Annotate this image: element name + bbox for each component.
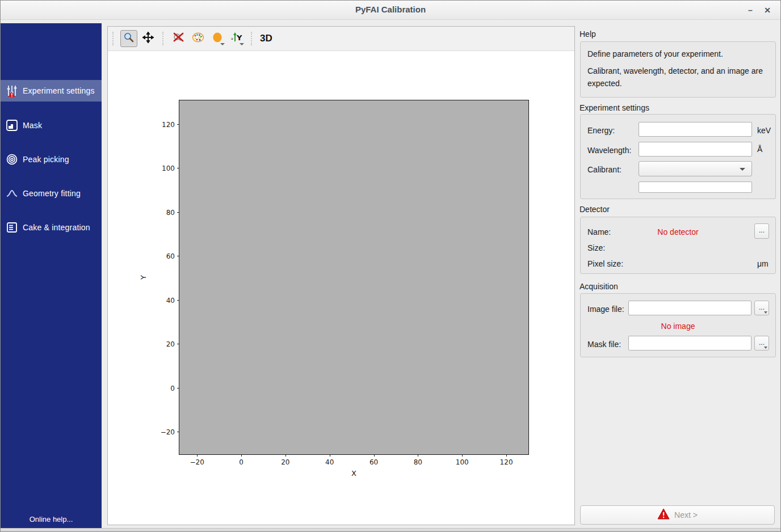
cake-list-icon (6, 221, 18, 234)
y-tick-label: 80 (166, 209, 175, 217)
experiment-settings-section-title: Experiment settings (580, 103, 649, 112)
help-section-title: Help (580, 29, 596, 39)
energy-label: Energy: (587, 126, 615, 135)
x-tick-mark (374, 454, 375, 457)
y-axis-label: Y (139, 275, 148, 280)
y-tick-mark (177, 256, 179, 256)
mask-file-label: Mask file: (587, 340, 621, 349)
sidebar-item-label: Experiment settings (23, 86, 95, 95)
dropdown-arrow-icon (240, 43, 244, 45)
x-tick-label: 80 (414, 458, 422, 466)
plot-toolbar: a Y 3D (108, 27, 574, 51)
gaussian-peak-icon (6, 187, 18, 200)
colormap-button[interactable] (190, 30, 207, 47)
next-button[interactable]: Next > (580, 505, 775, 525)
acquisition-box: Image file: ... No image Mask file: ... (580, 293, 776, 357)
warning-icon (657, 508, 670, 522)
calibrant-filter-field[interactable] (639, 181, 752, 193)
x-tick-mark (285, 454, 286, 457)
x-tick-mark (462, 454, 463, 457)
minimize-button[interactable]: – (743, 3, 758, 18)
sidebar-item-mask[interactable]: Mask (1, 115, 102, 136)
magnifier-cross-icon (173, 32, 185, 45)
help-paragraph: Define parameters of your experiment. (587, 49, 769, 58)
detector-pixel-size-label: Pixel size: (587, 259, 623, 268)
dropdown-arrow-icon (220, 43, 225, 45)
y-tick-label: 120 (162, 121, 175, 129)
sidebar-item-label: Mask (23, 121, 42, 130)
settings-panel: Help Define parameters of your experimen… (576, 26, 781, 528)
x-tick-label: −20 (190, 458, 204, 466)
x-tick-label: 120 (500, 458, 513, 466)
y-tick-label: 0 (170, 385, 175, 392)
next-button-label: Next > (674, 510, 698, 520)
y-tick-mark (177, 300, 179, 301)
sidebar-item-label: Geometry fitting (23, 189, 81, 198)
plot-panel: a Y 3D X Y −20020406080100120−2002040608… (107, 26, 575, 525)
experiment-settings-box: Energy: keV Wavelength: Å Calibrant: (580, 114, 776, 199)
detector-box: Name: No detector ... Size: Pixel size: … (580, 217, 776, 274)
move-arrows-icon (142, 32, 154, 45)
plot-axes[interactable]: X Y −20020406080100120−20020406080100120 (179, 100, 529, 455)
detector-browse-button[interactable]: ... (754, 223, 769, 239)
energy-field[interactable] (639, 122, 752, 137)
dropdown-arrow-icon (764, 347, 767, 349)
y-axis-orientation-button[interactable]: a Y (228, 30, 245, 47)
sliders-warning-icon (6, 85, 18, 97)
sidebar-item-experiment-settings[interactable]: Experiment settings (1, 80, 102, 102)
zoom-tool-button[interactable] (120, 30, 137, 47)
mask-file-field[interactable] (628, 336, 751, 351)
close-button[interactable]: ✕ (760, 3, 775, 18)
dropdown-arrow-icon (764, 311, 767, 314)
image-file-field[interactable] (628, 301, 751, 315)
window-bottom-edge (1, 528, 780, 532)
sidebar-item-cake-integration[interactable]: Cake & integration (1, 217, 102, 238)
calibrant-label: Calibrant: (587, 165, 622, 174)
mask-file-browse-button[interactable]: ... (754, 336, 769, 351)
x-tick-mark (418, 454, 418, 457)
reset-zoom-button[interactable] (170, 30, 187, 47)
toolbar-separator (251, 32, 254, 45)
pyfai-calibration-window: PyFAI Calibration – ✕ Experiment settin (0, 0, 781, 532)
energy-unit: keV (757, 126, 771, 135)
y-tick-label: 40 (166, 297, 175, 305)
y-tick-mark (177, 432, 179, 432)
peak-rings-icon (6, 153, 18, 166)
sidebar: Experiment settings Mask Peak picking (1, 23, 102, 528)
pixel-size-unit: μm (757, 259, 769, 268)
y-tick-label: 20 (166, 340, 175, 348)
calibrant-select[interactable] (639, 161, 752, 176)
x-axis-label: X (351, 469, 356, 478)
x-tick-label: 100 (456, 458, 469, 466)
mode-3d-button[interactable]: 3D (260, 33, 272, 44)
sidebar-item-geometry-fitting[interactable]: Geometry fitting (1, 183, 102, 204)
x-tick-mark (330, 454, 330, 457)
window-title: PyFAI Calibration (1, 5, 780, 14)
detector-section-title: Detector (580, 205, 610, 214)
wavelength-unit: Å (757, 145, 762, 154)
online-help-link[interactable]: Online help... (1, 515, 102, 523)
wavelength-label: Wavelength: (587, 146, 631, 155)
magnifier-icon (123, 32, 135, 45)
y-tick-label: 100 (162, 164, 175, 172)
toolbar-separator (112, 32, 116, 45)
x-tick-label: 60 (369, 458, 378, 466)
wavelength-field[interactable] (639, 142, 752, 157)
detector-name-status: No detector (581, 227, 775, 237)
image-status: No image (581, 322, 775, 331)
image-file-label: Image file: (587, 305, 624, 314)
titlebar: PyFAI Calibration – ✕ (1, 1, 780, 20)
toolbar-separator (162, 32, 166, 45)
pan-tool-button[interactable] (140, 30, 157, 47)
x-tick-label: 0 (239, 458, 243, 466)
mask-circle-button[interactable] (209, 30, 226, 47)
mask-icon (6, 119, 18, 132)
sidebar-item-peak-picking[interactable]: Peak picking (1, 149, 102, 170)
sidebar-item-label: Cake & integration (23, 223, 90, 232)
chevron-down-icon (740, 168, 745, 171)
y-tick-mark (177, 124, 179, 125)
help-paragraph: Calibrant, wavelength, detector, and an … (587, 65, 769, 90)
svg-text:Y: Y (236, 33, 242, 42)
image-file-browse-button[interactable]: ... (754, 301, 769, 315)
help-box: Define parameters of your experiment. Ca… (580, 41, 776, 98)
